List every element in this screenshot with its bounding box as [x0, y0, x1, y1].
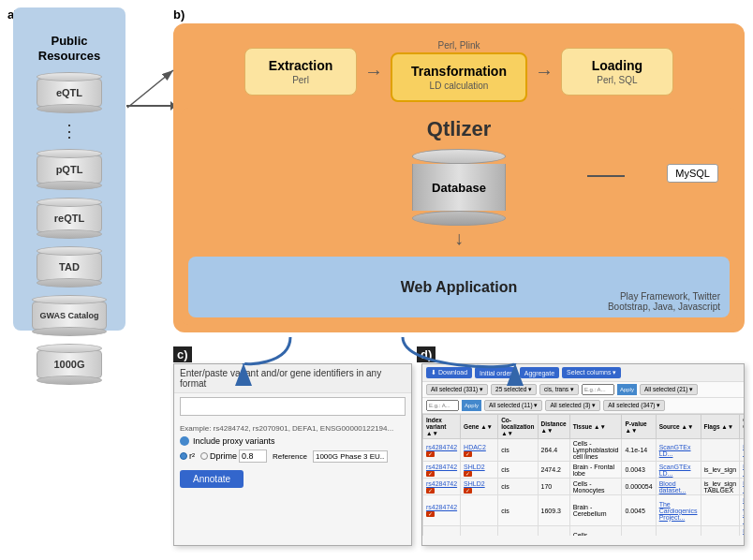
qtlizer-title: Qtlizer	[186, 117, 731, 141]
annotate-button[interactable]: Annotate	[180, 470, 244, 488]
apply-button-1[interactable]: Apply	[617, 384, 637, 395]
cell-flags	[701, 439, 740, 462]
cell-dist: 170	[538, 479, 569, 495]
etl-arrow-1: →	[364, 61, 383, 82]
etl-row: Extraction Perl → Perl, Plink Transforma…	[181, 40, 737, 102]
table-row: rs2070901 ✓ ADAMTS4 ✓ cis 0 Cells - Tran…	[423, 526, 745, 537]
label-b: b)	[173, 7, 185, 22]
cell-index: rs4284742 ✓	[423, 479, 461, 495]
section-a: PublicResources eQTL ⋮ pQTL reQTL TAD	[13, 7, 126, 331]
db-container: Database	[186, 149, 731, 226]
cell-pval: 4.1e-14	[622, 439, 656, 462]
cell-gwas: rs4284742 ✓ ZNP813 ✓	[740, 495, 744, 526]
cell-tissue: Brain - Cerebellum	[569, 495, 622, 526]
cell-tissue: Cells - Monocytes	[569, 479, 622, 495]
cell-pval: 1.2e-05	[622, 526, 656, 537]
panel-d: ⬇ Download Initial order Aggregate Selec…	[421, 363, 745, 546]
results-table: Index variant ▲▼ Gene ▲▼ Co-localization…	[422, 414, 744, 536]
cell-gwas: rs4284742 ✓ C0399	[740, 439, 744, 462]
cell-gene: ADAMTS4 ✓	[461, 526, 498, 537]
filter-row-2: Apply All selected (11) ▾ All selected (…	[422, 398, 744, 414]
cell-source: GTEX v7 ✓ rs45...	[656, 526, 701, 537]
include-proxy-checkbox[interactable]	[180, 436, 189, 446]
transformation-sub-top: Perl, Plink	[437, 40, 480, 51]
dots-separator: ⋮	[61, 121, 78, 141]
reference-label: Reference	[273, 452, 307, 461]
section-b: Extraction Perl → Perl, Plink Transforma…	[173, 23, 745, 332]
cell-source: ScanGTEx LD...	[656, 439, 701, 462]
cell-gwas: rs4264740 ✓	[740, 479, 744, 495]
r2-radio[interactable]	[180, 452, 187, 460]
filter-row: All selected (331) ▾ 25 selected ▾ cis, …	[422, 382, 744, 398]
svg-line-2	[127, 70, 173, 108]
loading-sub: Perl, SQL	[581, 75, 654, 85]
col-distance: Distance ▲▼	[538, 415, 569, 439]
cylinder-pqtl: pQTL	[37, 149, 102, 190]
db-mysql-arrow	[587, 175, 625, 177]
filter-all-331[interactable]: All selected (331) ▾	[426, 384, 488, 395]
filter-cis-trans[interactable]: cis, trans ▾	[539, 384, 579, 395]
extraction-box: Extraction Perl	[244, 48, 357, 96]
cylinder-bottom	[37, 181, 102, 190]
cylinder-bottom	[37, 278, 102, 287]
filter-eg-input-2[interactable]	[426, 400, 459, 411]
loading-box: Loading Perl, SQL	[561, 48, 673, 96]
cell-dist: 1609.3	[538, 495, 569, 526]
reference-input[interactable]	[313, 450, 388, 463]
filter-all-3[interactable]: All selected (3) ▾	[545, 400, 600, 411]
apply-button-2[interactable]: Apply	[462, 400, 481, 411]
mysql-label: MySQL	[667, 164, 718, 183]
cell-dist: 0	[538, 526, 569, 537]
cell-gene	[461, 495, 498, 526]
dprime-option: Dprime	[200, 449, 267, 463]
dprime-label: Dprime	[210, 451, 237, 461]
cell-dist: 264.4	[538, 439, 569, 462]
col-pvalue: P-value ▲▼	[622, 415, 656, 439]
main-container: a) b) PublicResources eQTL ⋮ pQTL reQTL …	[0, 0, 753, 560]
col-source: Source ▲▼	[656, 415, 701, 439]
cell-gene: HDAC2 ✓	[461, 439, 498, 462]
panel-c-example: Example: rs4284742, rs2070901, DEFA1, EN…	[174, 422, 411, 435]
table-container: Index variant ▲▼ Gene ▲▼ Co-localization…	[422, 414, 744, 536]
table-row: rs4284742 ✓ SHLD2 ✓ cis 170 Cells - Mono…	[423, 479, 745, 495]
radio-row: r² Dprime Reference	[174, 448, 411, 464]
filter-25[interactable]: 25 selected ▾	[491, 384, 537, 395]
extraction-wrapper: Extraction Perl	[244, 48, 357, 96]
cell-coloc: cis	[498, 495, 538, 526]
webapp-sub: Play Framework, TwitterBootstrap, Java, …	[608, 291, 720, 312]
filter-all-347[interactable]: All selected (347) ▾	[603, 400, 665, 411]
loading-wrapper: Loading Perl, SQL	[561, 48, 673, 96]
dprime-input[interactable]	[239, 449, 267, 463]
download-button[interactable]: ⬇ Download	[426, 367, 472, 378]
col-gene: Gene ▲▼	[461, 415, 498, 439]
r2-label: r²	[189, 451, 195, 461]
panel-c-input[interactable]	[180, 397, 406, 416]
col-co-localization: Co-localization ▲▼	[498, 415, 538, 439]
cell-flags: is_lev_sign is_best	[701, 526, 740, 537]
db-cylinder-top	[412, 149, 506, 164]
section-a-title: PublicResources	[38, 34, 100, 63]
db-webapp-arrow: ↓	[186, 228, 731, 249]
cell-index: rs4284742 ✓	[423, 495, 461, 526]
select-columns-button[interactable]: Select columns ▾	[562, 367, 621, 378]
filter-eg-input-1[interactable]	[582, 384, 614, 395]
cylinder-reqtl: reQTL	[37, 198, 102, 239]
transformation-box: Transformation LD calculation	[391, 52, 527, 102]
cylinder-tad: TAD	[37, 246, 102, 287]
col-gwas: GWAS Catalog ▲▼	[740, 415, 744, 439]
cell-pval: 0.0045	[622, 495, 656, 526]
cell-pval: 0.000054	[622, 479, 656, 495]
filter-all-11[interactable]: All selected (11) ▾	[484, 400, 542, 411]
col-index-variant: Index variant ▲▼	[423, 415, 461, 439]
cell-tissue: Brain - Frontal lobe	[569, 462, 622, 479]
extraction-sub: Perl	[264, 75, 337, 85]
cylinder-bottom	[37, 376, 102, 385]
table-row: rs4284742 ✓ HDAC2 ✓ cis 264.4 Cells - Ly…	[423, 439, 745, 462]
filter-all-21[interactable]: All selected (21) ▾	[640, 384, 698, 395]
dprime-radio[interactable]	[200, 452, 208, 460]
cylinder-gwas: GWAS Catalog	[32, 295, 107, 336]
initial-order-button[interactable]: Initial order	[475, 367, 517, 378]
table-row: rs4284742 ✓ cis 1609.3 Brain - Cerebellu…	[423, 495, 745, 526]
aggregate-button[interactable]: Aggregate	[520, 367, 559, 378]
cell-gene: SHLD2 ✓	[461, 479, 498, 495]
